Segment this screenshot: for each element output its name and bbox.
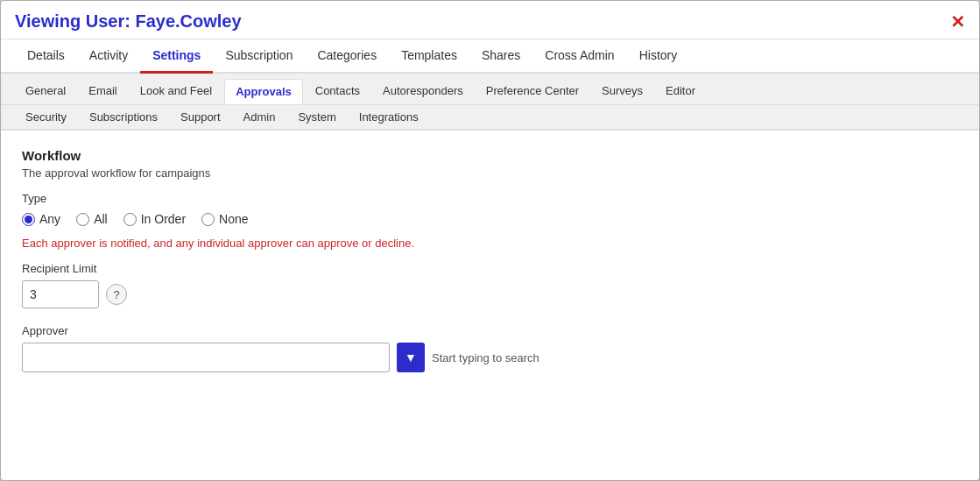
tab-primary-subscription[interactable]: Subscription: [213, 39, 305, 74]
tab-primary-categories[interactable]: Categories: [305, 39, 389, 74]
tab-secondary-preference-center[interactable]: Preference Center: [476, 79, 589, 104]
tab-secondary-subscriptions[interactable]: Subscriptions: [79, 105, 168, 129]
radio-item-none[interactable]: None: [201, 212, 248, 226]
tab-secondary-autoresponders[interactable]: Autoresponders: [372, 79, 474, 104]
tab-secondary-email[interactable]: Email: [78, 79, 128, 104]
type-label: Type: [22, 192, 958, 205]
tab-secondary-surveys[interactable]: Surveys: [591, 79, 653, 104]
tab-primary-shares[interactable]: Shares: [469, 39, 532, 74]
tab-secondary-security[interactable]: Security: [15, 105, 77, 129]
close-button[interactable]: ✕: [950, 13, 965, 31]
tab-secondary-system[interactable]: System: [287, 105, 346, 129]
radio-input-none[interactable]: [201, 213, 215, 226]
radio-label-in-order: In Order: [141, 212, 186, 226]
tab-primary-cross-admin[interactable]: Cross Admin: [532, 39, 626, 74]
secondary-tab-bar-row2: SecuritySubscriptionsSupportAdminSystemI…: [1, 105, 979, 131]
radio-input-any[interactable]: [22, 213, 35, 226]
help-button[interactable]: ?: [106, 284, 127, 305]
secondary-tab-bar-row1: GeneralEmailLook and FeelApprovalsContac…: [1, 74, 979, 105]
tab-primary-details[interactable]: Details: [15, 39, 77, 74]
recipient-limit-label: Recipient Limit: [22, 262, 958, 275]
approver-row: ▼ Start typing to search: [22, 343, 958, 372]
approver-label: Approver: [22, 324, 958, 337]
window-header: Viewing User: Faye.Cowley ✕: [1, 1, 979, 39]
radio-item-any[interactable]: Any: [22, 212, 60, 226]
approver-search-button[interactable]: ▼: [397, 343, 425, 372]
tab-secondary-integrations[interactable]: Integrations: [349, 105, 429, 129]
approver-note: Each approver is notified, and any indiv…: [22, 237, 958, 250]
tab-secondary-support[interactable]: Support: [170, 105, 231, 129]
tab-primary-templates[interactable]: Templates: [389, 39, 469, 74]
tab-primary-activity[interactable]: Activity: [77, 39, 140, 74]
radio-label-none: None: [219, 212, 248, 226]
search-hint: Start typing to search: [432, 351, 539, 364]
radio-label-all: All: [94, 212, 108, 226]
tab-secondary-look-and-feel[interactable]: Look and Feel: [130, 79, 222, 104]
tab-secondary-approvals[interactable]: Approvals: [224, 79, 303, 104]
radio-input-all[interactable]: [76, 213, 89, 226]
radio-input-in-order[interactable]: [123, 213, 137, 226]
radio-item-all[interactable]: All: [76, 212, 108, 226]
workflow-desc: The approval workflow for campaigns: [22, 166, 958, 180]
approver-input[interactable]: [22, 343, 390, 372]
content-area: Workflow The approval workflow for campa…: [1, 131, 979, 404]
main-window: Viewing User: Faye.Cowley ✕ DetailsActiv…: [0, 0, 980, 481]
window-title: Viewing User: Faye.Cowley: [15, 11, 242, 32]
help-icon: ?: [113, 288, 119, 301]
tab-primary-history[interactable]: History: [627, 39, 690, 74]
radio-label-any: Any: [39, 212, 60, 226]
recipient-row: ?: [22, 280, 958, 308]
primary-tab-bar: DetailsActivitySettingsSubscriptionCateg…: [1, 39, 979, 74]
tab-secondary-general[interactable]: General: [15, 79, 76, 104]
recipient-limit-input[interactable]: [22, 280, 99, 308]
chevron-down-icon: ▼: [405, 350, 417, 364]
radio-item-in-order[interactable]: In Order: [123, 212, 186, 226]
tab-secondary-contacts[interactable]: Contacts: [305, 79, 370, 104]
tab-primary-settings[interactable]: Settings: [140, 39, 213, 74]
approver-section: Approver ▼ Start typing to search: [22, 324, 958, 372]
workflow-title: Workflow: [22, 148, 958, 163]
tab-secondary-admin[interactable]: Admin: [233, 105, 286, 129]
radio-group: AnyAllIn OrderNone: [22, 212, 958, 226]
tab-secondary-editor[interactable]: Editor: [655, 79, 706, 104]
